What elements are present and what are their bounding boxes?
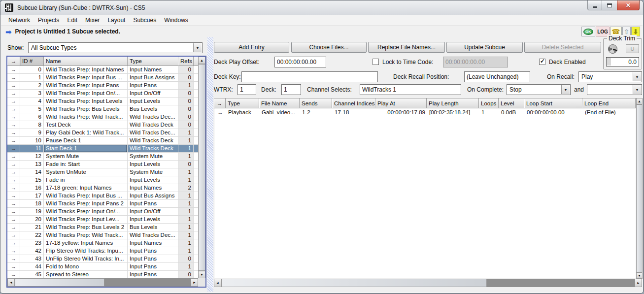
- wtrx-field[interactable]: [237, 84, 256, 95]
- subcue-row[interactable]: →13Fade in: StartInput Levels0: [7, 161, 205, 168]
- lock-to-time-code-checkbox[interactable]: [373, 59, 379, 65]
- scroll-down-button[interactable]: ▼: [198, 271, 205, 278]
- subcue-row[interactable]: →44Fold to MonoInput Pans1: [7, 263, 205, 271]
- scroll-left-button[interactable]: ◄: [7, 278, 15, 287]
- h-scrollbar-thumb[interactable]: [15, 278, 104, 287]
- choose-files-button[interactable]: Choose Files...: [291, 42, 367, 53]
- subcue-row[interactable]: →19Wild Tracks Prep: Input On/...Input O…: [7, 208, 205, 216]
- header-arrow[interactable]: →: [214, 98, 226, 108]
- header-loop-start[interactable]: Loop Start: [524, 98, 582, 108]
- subcue-row[interactable]: →20Wild Tracks Prep: Input Lev...Input L…: [7, 216, 205, 224]
- v-scrollbar-thumb[interactable]: [198, 64, 205, 271]
- v-scrollbar-thumb[interactable]: [636, 104, 643, 272]
- title-bar[interactable]: Subcue Library (Sun-Cube : DWTRX-Sun) - …: [0, 0, 643, 15]
- header-loops[interactable]: Loops: [479, 98, 499, 108]
- header-id[interactable]: ID #: [20, 57, 44, 66]
- subcue-row[interactable]: →3Wild Tracks Prep: Input On/...Input On…: [7, 90, 205, 98]
- maximize-button[interactable]: [602, 0, 617, 10]
- deck-play-offset-field[interactable]: [274, 57, 326, 67]
- subcue-row[interactable]: →6Wild Tracks Prep: Wild Track...Wild Tr…: [7, 113, 205, 121]
- chevron-down-icon[interactable]: ▼: [633, 85, 641, 94]
- subcue-row[interactable]: →1Wild Tracks Prep: Input Bus ...Input B…: [7, 74, 205, 82]
- deck-trim-value[interactable]: 0.0: [606, 57, 639, 66]
- scroll-up-button[interactable]: ▲: [636, 98, 643, 104]
- menu-item-mixer[interactable]: Mixer: [81, 15, 103, 25]
- subcue-row[interactable]: →17Wild Tracks Prep: Input Bus ...Input …: [7, 192, 205, 200]
- subcue-row[interactable]: →45Spread to StereoInput Pans0: [7, 271, 205, 279]
- and-select[interactable]: ▼: [587, 84, 642, 95]
- header-type[interactable]: Type: [226, 98, 259, 108]
- scroll-left-button[interactable]: ◄: [214, 279, 221, 287]
- deck-trim-knob-icon[interactable]: [608, 44, 617, 54]
- subcue-row[interactable]: →4Wild Tracks Prep: Input LevelsInput Le…: [7, 98, 205, 105]
- header-refs[interactable]: Refs: [178, 57, 194, 66]
- chevron-down-icon[interactable]: ▼: [633, 72, 641, 81]
- channel-selects-field[interactable]: [360, 84, 461, 95]
- subcue-row[interactable]: →11Start Deck 1Wild Tracks Deck1: [7, 145, 205, 153]
- update-subcue-button[interactable]: Update Subcue: [446, 42, 523, 53]
- add-entry-button[interactable]: Add Entry: [214, 42, 289, 53]
- cell-name: Wild Tracks Prep: Input Bus ...: [44, 192, 128, 200]
- header-loop-end[interactable]: Loop End: [582, 98, 636, 108]
- menu-item-layout[interactable]: Layout: [103, 15, 129, 25]
- header-level[interactable]: Level: [499, 98, 524, 108]
- menu-item-windows[interactable]: Windows: [160, 15, 192, 25]
- chevron-down-icon[interactable]: ▼: [561, 85, 570, 94]
- menu-item-projects[interactable]: Projects: [34, 15, 63, 25]
- deck-enabled-checkbox[interactable]: [539, 59, 545, 65]
- subcue-row[interactable]: →1617-18 green: Input NamesInput Names2: [7, 184, 205, 192]
- subcue-h-scrollbar[interactable]: ◄ ►: [7, 278, 198, 287]
- subcue-row[interactable]: →0Wild Tracks Prep: Input NamesInput Nam…: [7, 66, 205, 74]
- subcue-row[interactable]: →2317-18 yellow: Input NamesInput Names1: [7, 239, 205, 247]
- deck-trim-u-button[interactable]: U: [626, 44, 639, 53]
- subcue-row[interactable]: →5Wild Tracks Prep: Bus LevelsBus Levels…: [7, 105, 205, 113]
- header-arrow[interactable]: →: [7, 57, 20, 66]
- close-button[interactable]: ✕: [617, 0, 640, 10]
- scroll-up-button[interactable]: ▲: [198, 57, 205, 64]
- deck-field[interactable]: [281, 84, 301, 95]
- entries-h-scrollbar[interactable]: ◄ ►: [214, 279, 642, 287]
- menu-item-subcues[interactable]: Subcues: [129, 15, 160, 25]
- ok-button[interactable]: OK: [581, 27, 595, 36]
- subcue-row[interactable]: →12System MuteSystem Mute1: [7, 153, 205, 161]
- subcue-row[interactable]: →21Wild Tracks Prep: Bus Levels 2Bus Lev…: [7, 224, 205, 231]
- subcue-type-select[interactable]: All Subcue Types ▼: [28, 42, 203, 53]
- replace-file-names-button[interactable]: Replace File Names...: [368, 42, 445, 53]
- scroll-down-button[interactable]: ▼: [636, 272, 643, 279]
- subcue-row[interactable]: →22Wild Tracks Prep: Wild Track...Wild T…: [7, 231, 205, 239]
- header-type[interactable]: Type: [128, 57, 178, 66]
- subcue-row[interactable]: →2Wild Tracks Prep: Input PansInput Pans…: [7, 82, 205, 90]
- entry-row[interactable]: →PlaybackGabi_video...1-217-18-00:00:00:…: [214, 108, 636, 117]
- chevron-down-icon[interactable]: ▼: [193, 43, 202, 52]
- header-play-length[interactable]: Play Length: [427, 98, 479, 108]
- panel-splitter[interactable]: [207, 37, 213, 292]
- subcue-row[interactable]: →42Flip Stereo Wild Tracks: Inpu...Input…: [7, 247, 205, 255]
- menu-item-network[interactable]: Network: [4, 15, 34, 25]
- subcue-row[interactable]: →43UnFlip Stereo Wild Tracks: In...Input…: [7, 255, 205, 263]
- subcue-row[interactable]: →8Test DeckWild Tracks Deck0: [7, 121, 205, 129]
- h-scrollbar-thumb[interactable]: [221, 279, 487, 287]
- cell-play-length: [00:02:35:18.24]: [427, 108, 479, 117]
- header-name[interactable]: Name: [44, 57, 128, 66]
- menu-item-edit[interactable]: Edit: [63, 15, 81, 25]
- on-complete-select[interactable]: Stop ▼: [507, 84, 571, 95]
- subcue-row[interactable]: →10Pause Deck 1Wild Tracks Deck1: [7, 137, 205, 145]
- minimize-button[interactable]: [587, 0, 602, 10]
- header-play-at[interactable]: Play At: [375, 98, 427, 108]
- subcue-v-scrollbar[interactable]: ▲ ▼: [198, 57, 205, 278]
- subcue-row[interactable]: →9Play Gabi Deck 1: Wild Track...Wild Tr…: [7, 129, 205, 137]
- scroll-right-button[interactable]: ►: [191, 278, 198, 287]
- row-arrow-icon: →: [7, 137, 20, 145]
- subcue-row[interactable]: →14System UnMuteSystem Mute1: [7, 168, 205, 176]
- deck-key-field[interactable]: [241, 71, 378, 82]
- subcue-row[interactable]: →18Wild Tracks Prep: Input Pans 2Input P…: [7, 200, 205, 208]
- entries-v-scrollbar[interactable]: ▲ ▼: [636, 98, 643, 279]
- on-recall-select[interactable]: Play ▼: [578, 71, 642, 82]
- scroll-right-button[interactable]: ►: [635, 279, 642, 287]
- subcue-row[interactable]: →15Fade inInput Levels1: [7, 176, 205, 184]
- header-file-name[interactable]: File Name: [259, 98, 300, 108]
- header-channel-indices[interactable]: Channel Indices: [332, 98, 375, 108]
- header-sends[interactable]: Sends: [300, 98, 332, 108]
- time-code-field: [443, 57, 508, 67]
- deck-recall-position-field[interactable]: [464, 71, 530, 82]
